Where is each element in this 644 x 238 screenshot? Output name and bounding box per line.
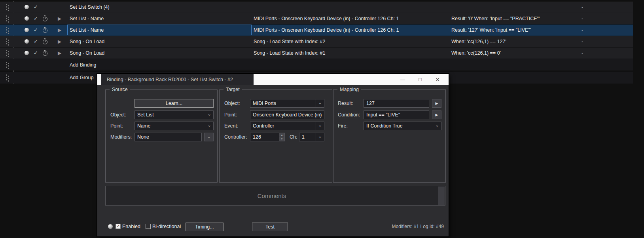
result-test-icon[interactable]: ▶ (432, 99, 441, 108)
extra-cell: - (577, 13, 588, 24)
extra-cell: - (577, 36, 588, 47)
enabled-led-icon[interactable] (25, 28, 29, 32)
binding-source-cell[interactable]: Set List - Name (70, 13, 104, 24)
bidirectional-checkbox[interactable] (146, 224, 151, 229)
controller-spinner[interactable]: 126 ▲ ▼ (250, 133, 285, 141)
enabled-label: Enabled (122, 223, 140, 230)
target-legend: Target (224, 87, 242, 92)
modifiers-dropdown-button[interactable]: ⌄ (204, 133, 214, 141)
drag-handle-icon[interactable] (6, 15, 7, 17)
add-binding-row[interactable]: Add Binding (0, 59, 633, 70)
check-icon: ✓ (34, 15, 38, 22)
source-point-select[interactable]: Name (134, 122, 214, 130)
maximize-icon[interactable]: □ (411, 74, 429, 85)
comments-textarea[interactable]: Comments (105, 186, 445, 206)
binding-condition-cell[interactable]: When: 'cc(126,1) == 127' (451, 36, 506, 47)
dialog-titlebar[interactable]: Binding - Background Rack RD2000 - Set L… (97, 74, 449, 85)
drag-handle-icon[interactable] (6, 38, 7, 40)
list-top-border (13, 1, 633, 1)
binding-led-icon (108, 224, 113, 229)
source-modifiers-input[interactable]: None (134, 133, 202, 141)
source-point-label: Point: (110, 122, 123, 130)
binding-condition-cell[interactable]: When: 'cc(126,1) == 0' (451, 48, 501, 59)
source-legend: Source (110, 87, 130, 92)
bidirectional-label: Bi-directional (152, 223, 181, 230)
drag-handle-icon[interactable] (6, 50, 7, 51)
stopwatch-icon (43, 40, 47, 44)
enabled-led-icon[interactable] (25, 16, 29, 21)
target-controller-label: Controller: (224, 133, 247, 141)
target-object-label: Object: (224, 99, 240, 108)
group-title[interactable]: Set List Switch (4) (70, 2, 110, 13)
drag-handle-icon[interactable] (6, 27, 7, 28)
group-row-set-list-switch[interactable]: − ✓ Set List Switch (4) - (0, 2, 633, 13)
binding-source-cell[interactable]: Set List - Name (70, 25, 104, 36)
extra-cell: - (577, 48, 588, 59)
binding-row-selected[interactable]: ✓ ▶ Set List - Name MIDI Ports - Onscree… (0, 25, 633, 36)
source-object-label: Object: (110, 110, 126, 119)
enabled-checkbox[interactable]: ✓ (116, 224, 121, 229)
binding-target-cell[interactable]: Song - Load State with Index: #1 (254, 48, 325, 59)
play-icon[interactable]: ▶ (58, 27, 61, 34)
mapping-legend: Mapping (337, 87, 361, 92)
result-input[interactable]: 127 (364, 99, 429, 108)
condition-test-icon[interactable]: ▶ (432, 110, 441, 119)
close-icon[interactable]: ✕ (429, 74, 446, 85)
extra-cell: - (577, 2, 588, 13)
stopwatch-icon (43, 51, 47, 56)
enabled-led-icon[interactable] (25, 39, 29, 44)
source-group: Source Learn... Object: Set List Point: … (105, 89, 218, 183)
target-point-label: Point: (224, 110, 237, 119)
spin-down-icon[interactable]: ▼ (279, 137, 284, 141)
enabled-led-icon[interactable] (25, 5, 29, 9)
binding-dialog: Binding - Background Rack RD2000 - Set L… (97, 74, 449, 237)
fire-label: Fire: (338, 122, 348, 130)
footer-status: Modifiers: #1 Log id: #49 (392, 223, 444, 230)
binding-row[interactable]: ✓ ▶ Song - On Load Song - Load State wit… (0, 48, 633, 59)
add-group-label[interactable]: Add Group (70, 72, 93, 84)
dialog-title-area: Binding - Background Rack RD2000 - Set L… (101, 74, 254, 85)
controller-value[interactable]: 126 (253, 133, 261, 141)
timing-button[interactable]: Timing... (186, 223, 224, 231)
fire-select[interactable]: If Condition True (364, 122, 441, 130)
channel-select[interactable]: 1 (299, 133, 324, 141)
condition-label: Condition: (338, 110, 360, 119)
enabled-led-icon[interactable] (25, 51, 29, 55)
binding-source-cell[interactable]: Song - On Load (70, 36, 104, 47)
comments-placeholder: Comments (106, 186, 438, 205)
binding-target-cell[interactable]: MIDI Ports - Onscreen Keyboard Device (i… (254, 13, 399, 24)
stopwatch-icon (43, 28, 47, 33)
play-icon[interactable]: ▶ (58, 50, 61, 57)
play-icon[interactable]: ▶ (58, 38, 61, 45)
binding-condition-cell[interactable]: Result: '0' When: 'Input == "PRACTICE"' (451, 13, 540, 24)
binding-condition-cell[interactable]: Result: '127' When: 'Input == "LIVE"' (451, 25, 531, 36)
play-icon[interactable]: ▶ (58, 15, 61, 22)
minimize-icon[interactable]: — (394, 74, 411, 85)
target-event-label: Event: (224, 122, 238, 130)
binding-target-cell[interactable]: Song - Load State with Index: #2 (254, 36, 325, 47)
source-object-select[interactable]: Set List (134, 110, 214, 119)
binding-row[interactable]: ✓ ▶ Set List - Name MIDI Ports - Onscree… (0, 13, 633, 24)
dialog-title: Binding - Background Rack RD2000 - Set L… (107, 77, 233, 82)
target-object-select[interactable]: MIDI Ports (250, 99, 324, 108)
add-binding-label[interactable]: Add Binding (70, 59, 96, 70)
binding-target-cell[interactable]: MIDI Ports - Onscreen Keyboard Device (i… (254, 25, 399, 36)
spin-up-icon[interactable]: ▲ (279, 133, 284, 137)
condition-input[interactable]: Input == "LIVE" (364, 110, 429, 119)
learn-button[interactable]: Learn... (134, 99, 214, 108)
binding-row[interactable]: ✓ ▶ Song - On Load Song - Load State wit… (0, 36, 633, 47)
target-event-select[interactable]: Controller (250, 122, 324, 130)
test-button[interactable]: Test (252, 223, 288, 231)
drag-handle-icon[interactable] (6, 4, 7, 5)
binding-source-cell[interactable]: Song - On Load (70, 48, 104, 59)
check-icon: ✓ (34, 27, 38, 33)
channel-label: Ch: (290, 133, 297, 141)
target-point-select[interactable]: Onscreen Keyboard Device (in) (250, 110, 324, 119)
mapping-group: Mapping Result: 127 ▶ Condition: Input =… (333, 89, 446, 183)
check-icon: ✓ (34, 50, 38, 56)
drag-handle-icon[interactable] (6, 62, 7, 63)
drag-handle-icon[interactable] (6, 74, 7, 76)
app-window: − ✓ Set List Switch (4) - ✓ ▶ Set List -… (0, 0, 644, 238)
comments-scrollbar[interactable] (438, 187, 445, 205)
collapse-icon[interactable]: − (16, 5, 20, 9)
